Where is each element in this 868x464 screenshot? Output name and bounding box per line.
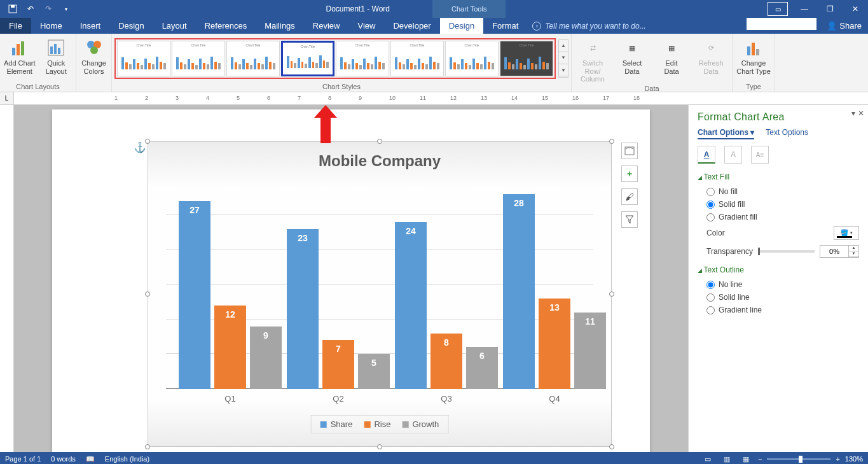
selection-handle[interactable]	[145, 292, 150, 297]
tab-mailings[interactable]: Mailings	[256, 18, 304, 34]
chart-options-tab[interactable]: Chart Options ▾	[698, 128, 754, 139]
bar-Share-Q3[interactable]: 24	[395, 222, 427, 389]
plot-area[interactable]: 27129Q12375Q22486Q3281311Q4	[166, 180, 593, 389]
bar-Rise-Q3[interactable]: 8	[431, 334, 462, 389]
language-indicator[interactable]: English (India)	[105, 455, 149, 463]
word-count[interactable]: 0 words	[51, 455, 76, 463]
tab-insert[interactable]: Insert	[71, 18, 110, 34]
gallery-up-icon[interactable]: ▲	[559, 40, 568, 52]
close-button[interactable]: ✕	[843, 0, 868, 18]
selection-handle[interactable]	[609, 139, 614, 144]
select-data-button[interactable]: ▦Select Data	[614, 35, 651, 75]
change-chart-type-button[interactable]: Change Chart Type	[735, 35, 772, 75]
page-indicator[interactable]: Page 1 of 1	[5, 455, 41, 463]
solid-fill-radio[interactable]: Solid fill	[698, 198, 859, 211]
tab-developer[interactable]: Developer	[384, 18, 439, 34]
tab-home[interactable]: Home	[31, 18, 71, 34]
pane-options-icon[interactable]: ▾	[851, 109, 855, 118]
vertical-ruler[interactable]	[0, 105, 14, 452]
edit-data-button[interactable]: ▦Edit Data	[653, 35, 690, 75]
bar-Share-Q1[interactable]: 27	[179, 201, 210, 389]
read-mode-icon[interactable]: ▭	[701, 454, 715, 464]
horizontal-ruler[interactable]: 123456789101112131415161718	[14, 92, 868, 105]
selection-handle[interactable]	[609, 292, 614, 297]
chart-style-3[interactable]: Chart Title	[226, 41, 280, 76]
web-layout-icon[interactable]: ▦	[739, 454, 753, 464]
transparency-slider[interactable]	[758, 250, 815, 253]
solid-line-radio[interactable]: Solid line	[698, 291, 859, 304]
gallery-down-icon[interactable]: ▼	[559, 52, 568, 64]
tab-format[interactable]: Format	[483, 18, 527, 34]
text-outline-section[interactable]: Text Outline	[698, 265, 859, 274]
bar-Rise-Q2[interactable]: 7	[322, 340, 354, 389]
redo-icon[interactable]: ↷	[41, 2, 56, 16]
no-fill-radio[interactable]: No fill	[698, 185, 859, 198]
chart-style-1[interactable]: Chart Title	[117, 41, 170, 76]
spellcheck-icon[interactable]: 📖	[86, 455, 95, 463]
restore-button[interactable]: ❐	[817, 0, 843, 18]
chart-style-2[interactable]: Chart Title	[172, 41, 225, 76]
save-icon[interactable]	[5, 2, 20, 16]
gradient-fill-radio[interactable]: Gradient fill	[698, 211, 859, 223]
gradient-line-radio[interactable]: Gradient line	[698, 304, 859, 316]
no-line-radio[interactable]: No line	[698, 278, 859, 291]
chart-title[interactable]: Mobile Company	[148, 142, 611, 175]
quick-layout-button[interactable]: Quick Layout	[39, 35, 74, 75]
tab-file[interactable]: File	[0, 18, 31, 34]
bar-Growth-Q3[interactable]: 6	[466, 347, 498, 389]
bar-Rise-Q4[interactable]: 13	[539, 299, 570, 389]
fill-outline-tab-icon[interactable]: A	[698, 146, 715, 164]
print-layout-icon[interactable]: ▥	[720, 454, 734, 464]
selection-handle[interactable]	[377, 139, 382, 144]
chart-elements-button[interactable]: +	[621, 165, 638, 182]
legend-item-Rise[interactable]: Rise	[364, 419, 390, 429]
change-colors-button[interactable]: Change Colors	[79, 35, 109, 75]
selection-handle[interactable]	[609, 444, 614, 449]
tab-review[interactable]: Review	[304, 18, 349, 34]
chart-filters-button[interactable]	[621, 211, 638, 228]
pane-close-icon[interactable]: ✕	[858, 109, 864, 118]
zoom-out-button[interactable]: −	[758, 455, 762, 463]
legend-item-Share[interactable]: Share	[320, 419, 353, 429]
chart-object[interactable]: Mobile Company 27129Q12375Q22486Q3281311…	[148, 141, 612, 447]
selection-handle[interactable]	[377, 444, 382, 449]
effects-tab-icon[interactable]: A	[724, 146, 742, 164]
zoom-level[interactable]: 130%	[845, 455, 863, 463]
tell-me-box[interactable]: ♀ Tell me what you want to do...	[527, 18, 747, 34]
gallery-more-icon[interactable]: ▼	[559, 64, 568, 76]
bar-Growth-Q2[interactable]: 5	[358, 354, 390, 389]
color-picker-button[interactable]: 🪣▾	[834, 226, 859, 240]
tab-references[interactable]: References	[196, 18, 256, 34]
legend[interactable]: ShareRiseGrowth	[311, 415, 449, 433]
undo-icon[interactable]: ↶	[23, 2, 38, 16]
tab-design[interactable]: Design	[109, 18, 153, 34]
search-input[interactable]	[747, 18, 816, 30]
tab-design[interactable]: Design	[440, 18, 483, 34]
share-button[interactable]: 👤 Share	[820, 18, 868, 34]
add-chart-element-button[interactable]: Add Chart Element	[3, 35, 37, 75]
bar-Growth-Q4[interactable]: 11	[574, 313, 606, 389]
qat-dropdown-icon[interactable]: ▾	[59, 2, 74, 16]
textbox-tab-icon[interactable]: A≡	[751, 146, 769, 164]
chart-area[interactable]: Mobile Company 27129Q12375Q22486Q3281311…	[148, 141, 612, 447]
ribbon-display-options-icon[interactable]: ▭	[768, 2, 788, 16]
text-options-tab[interactable]: Text Options	[766, 128, 808, 139]
transparency-spinner[interactable]: ▲▼	[820, 245, 859, 258]
chart-style-5[interactable]: Chart Title	[336, 41, 389, 76]
zoom-slider[interactable]	[767, 458, 830, 460]
legend-item-Growth[interactable]: Growth	[402, 419, 439, 429]
bar-Share-Q4[interactable]: 28	[503, 194, 535, 389]
text-fill-section[interactable]: Text Fill	[698, 172, 859, 181]
chart-style-8[interactable]: Chart Title	[500, 41, 553, 76]
tab-view[interactable]: View	[348, 18, 384, 34]
page-viewport[interactable]: ⚓ Mobile Company 27129Q12375Q22486Q32813…	[14, 105, 688, 452]
chart-style-7[interactable]: Chart Title	[445, 41, 499, 76]
layout-options-button[interactable]	[621, 143, 638, 159]
chart-style-4[interactable]: Chart Title	[281, 41, 334, 76]
chart-styles-button[interactable]: 🖌	[621, 188, 638, 205]
zoom-in-button[interactable]: +	[836, 455, 839, 463]
bar-Share-Q2[interactable]: 23	[287, 229, 319, 389]
selection-handle[interactable]	[145, 139, 150, 144]
chart-style-6[interactable]: Chart Title	[390, 41, 444, 76]
bar-Growth-Q1[interactable]: 9	[250, 327, 282, 389]
